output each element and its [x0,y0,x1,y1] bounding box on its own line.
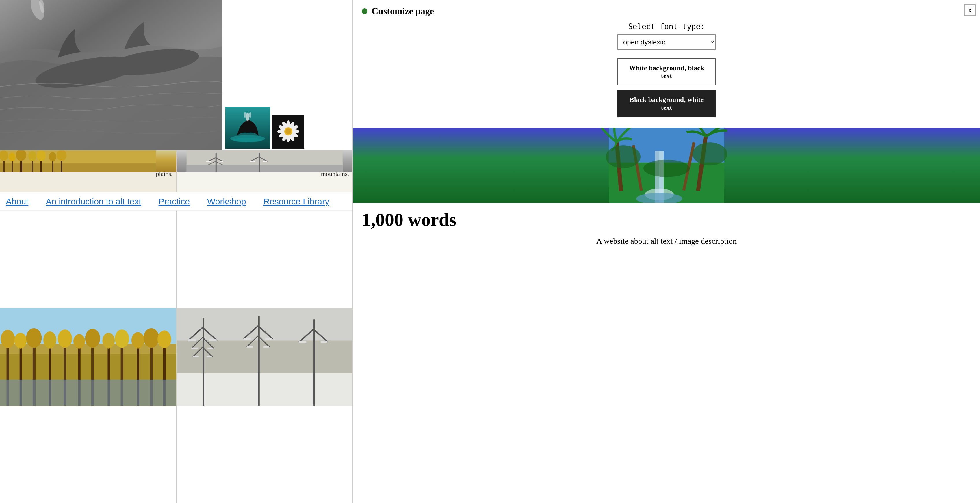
black-background-button[interactable]: Black background, white text [617,90,716,117]
season-bottom-row [0,211,353,503]
font-select-label: Select font-type: [362,22,971,31]
svg-point-75 [85,329,100,347]
svg-point-85 [158,331,171,348]
main-layout: Autumn comes to the plains. [0,0,980,503]
svg-point-41 [49,152,56,162]
nav-bar: About An introduction to alt text Practi… [0,192,353,211]
flower-image [272,116,304,149]
whale-image [225,107,270,149]
words-description: A website about alt text / image descrip… [362,235,971,247]
svg-rect-29 [0,163,156,172]
nav-intro[interactable]: An introduction to alt text [46,197,141,206]
svg-point-83 [143,328,159,348]
svg-point-69 [43,332,56,349]
svg-point-65 [14,333,27,348]
svg-point-27 [285,129,291,134]
svg-rect-53 [259,153,260,172]
small-images-area [225,107,304,149]
top-images-section [0,0,353,150]
customize-title: Customize page [372,6,434,16]
tropical-image-area [353,128,980,203]
season-row-top: Autumn comes to the plains. [0,150,353,192]
customize-header: Customize page [362,6,971,16]
autumn-card: Autumn comes to the plains. [0,151,177,192]
font-type-select[interactable]: open dyslexic arial times new roman verd… [617,34,716,50]
green-dot [362,8,368,14]
autumn-trees-top [0,151,176,172]
svg-rect-103 [258,316,260,406]
content-area: Autumn comes to the plains. [0,0,353,503]
svg-point-71 [58,330,72,347]
svg-point-11 [244,112,246,118]
close-button[interactable]: x [964,4,976,16]
words-heading: 1,000 words [362,209,971,230]
svg-point-63 [1,330,15,348]
nav-workshop[interactable]: Workshop [207,197,246,206]
svg-point-77 [102,333,115,348]
svg-point-81 [132,332,145,348]
winter-trees-top [177,151,353,172]
svg-rect-45 [186,165,342,172]
svg-point-12 [249,112,251,118]
svg-rect-46 [215,153,216,172]
right-panel: Customize page x Select font-type: open … [353,0,980,503]
svg-rect-90 [202,318,204,406]
winter-bottom-card [177,211,353,503]
dolphin-image [0,0,223,150]
nav-practice[interactable]: Practice [159,197,190,206]
svg-rect-86 [0,380,176,406]
svg-point-67 [26,328,41,348]
words-section: 1,000 words A website about alt text / i… [353,203,980,253]
svg-point-33 [9,153,16,162]
nav-about[interactable]: About [6,197,28,206]
svg-point-37 [28,151,37,161]
svg-point-10 [246,113,249,121]
svg-point-73 [73,334,85,349]
svg-point-39 [37,151,46,161]
svg-point-79 [115,330,129,347]
white-background-button[interactable]: White background, black text [617,58,716,86]
svg-point-127 [606,145,641,168]
svg-rect-112 [313,319,315,406]
customize-panel: Customize page x Select font-type: open … [353,0,980,128]
autumn-bottom-card [0,211,177,503]
svg-point-128 [692,142,727,165]
winter-card: Winter comes to the mountains. [177,151,353,192]
dolphin-svg [0,0,223,150]
svg-point-129 [643,160,690,177]
svg-point-9 [233,138,262,142]
nav-resources[interactable]: Resource Library [264,197,329,206]
